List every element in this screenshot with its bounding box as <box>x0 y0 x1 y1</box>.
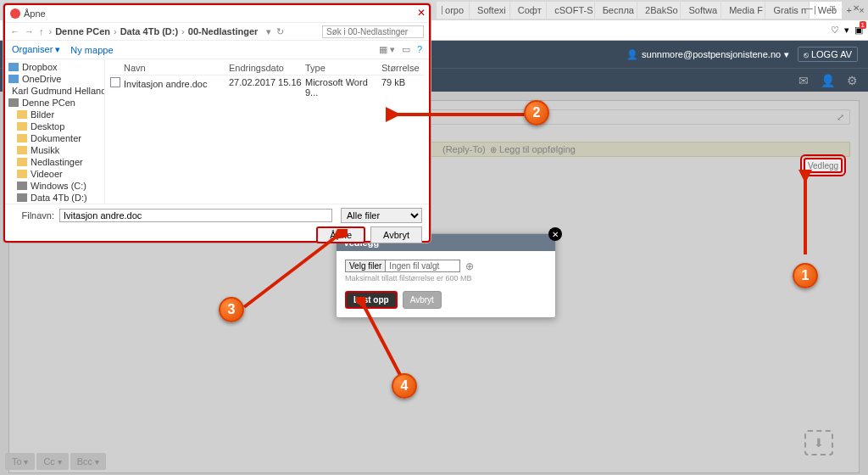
filetype-select[interactable]: Alle filer <box>341 208 422 223</box>
folder-icon <box>17 158 27 166</box>
tree-label: Nedlastinger <box>31 157 83 167</box>
chevron-down-icon: ▾ <box>784 49 789 60</box>
callout-2: 2 <box>524 100 549 126</box>
filename-label: Filnavn: <box>12 210 54 221</box>
window-close[interactable]: ✕ <box>844 0 868 17</box>
col-size[interactable]: Størrelse <box>381 63 424 73</box>
user-email: sunnmore@postpensjonistene.no <box>642 49 781 59</box>
tree-item[interactable]: Desktop <box>5 120 104 132</box>
tree-item[interactable]: Dokumenter <box>5 132 104 144</box>
browser-tab[interactable]: Беспла <box>595 2 637 19</box>
tree-item[interactable]: Nedlastinger <box>5 156 104 168</box>
dialog-close-button[interactable]: ✕ <box>417 7 426 19</box>
opera-icon <box>10 8 20 19</box>
tree-label: Dokumenter <box>31 133 81 143</box>
bookmark-icon[interactable]: ▾ <box>844 25 849 36</box>
tree-label: Data 4Tb (D:) <box>31 193 87 203</box>
callout-1: 1 <box>793 263 818 288</box>
heart-icon[interactable]: ♡ <box>831 25 839 36</box>
file-row[interactable]: Invitasjon andre.doc 27.02.2017 15.16 Mi… <box>110 75 424 99</box>
open-button[interactable]: Åpne <box>316 226 365 243</box>
breadcrumb[interactable]: ›Denne PCen ›Data 4Tb (D:) ›00-Nedlastin… <box>49 26 259 36</box>
tree-label: Denne PCen <box>22 98 75 108</box>
nav-up-icon[interactable]: ↑ <box>39 26 44 36</box>
new-folder-button[interactable]: Ny mappe <box>70 45 113 55</box>
gear-icon[interactable]: ⚙ <box>847 74 858 87</box>
tree-label: Karl Gudmund Helland <box>12 86 105 96</box>
window-maximize[interactable]: □ <box>821 0 844 17</box>
folder-icon <box>17 122 27 131</box>
folder-icon <box>17 182 27 190</box>
tree-label: OneDrive <box>22 74 61 84</box>
mail-icon[interactable]: ✉ <box>798 74 809 87</box>
logoff-button[interactable]: ⎋ LOGG AV <box>798 47 858 62</box>
help-icon[interactable]: ? <box>417 44 422 55</box>
refresh-button[interactable]: ↻ <box>276 26 284 37</box>
user-menu[interactable]: 👤 sunnmore@postpensjonistene.no ▾ <box>626 49 789 60</box>
tree-item[interactable]: Musikk <box>5 144 104 156</box>
preview-pane-icon[interactable]: ▭ <box>402 44 410 55</box>
vedlegg-button[interactable]: Vedlegg <box>804 158 843 173</box>
tree-item[interactable]: Windows (C:) <box>5 180 104 192</box>
tree-label: Windows (C:) <box>31 181 86 191</box>
max-size-label: Maksimalt tillatt filstørrelse er 600 MB <box>345 274 547 282</box>
file-list[interactable]: Navn Endringsdato Type Størrelse Invitas… <box>105 59 429 204</box>
browser-tab[interactable]: orpo <box>437 2 469 19</box>
modal-close-button[interactable]: ✕ <box>548 227 562 241</box>
folder-tree[interactable]: DropboxOneDriveKarl Gudmund HellandDenne… <box>5 59 105 204</box>
tree-label: Musikk <box>31 145 59 155</box>
folder-icon <box>17 146 27 154</box>
callout-4: 4 <box>392 373 417 399</box>
browser-tab[interactable]: Софт <box>510 2 546 19</box>
folder-icon <box>17 170 27 178</box>
add-file-icon[interactable]: ⊕ <box>465 260 474 272</box>
nav-fwd-icon[interactable]: → <box>25 26 34 36</box>
folder-icon <box>17 134 27 142</box>
tree-item[interactable]: Denne PCen <box>5 97 104 109</box>
file-input-display: Ingen fil valgt <box>386 260 460 272</box>
user-icon: 👤 <box>626 49 638 60</box>
organize-menu[interactable]: Organiser ▾ <box>12 44 60 55</box>
upload-button[interactable]: Last opp <box>345 291 398 309</box>
col-date[interactable]: Endringsdato <box>229 63 305 73</box>
col-type[interactable]: Type <box>305 63 381 73</box>
dialog-title-bar: Åpne ✕ <box>5 5 429 22</box>
window-minimize[interactable]: — <box>797 0 821 17</box>
tree-item[interactable]: Bilder <box>5 109 104 120</box>
folder-icon <box>8 63 19 71</box>
col-name[interactable]: Navn <box>110 63 229 73</box>
doc-icon <box>110 77 120 87</box>
nav-back-icon[interactable]: ← <box>10 26 19 36</box>
folder-icon <box>17 193 27 202</box>
tree-label: Desktop <box>31 121 64 131</box>
notify-icon[interactable]: ▣1 <box>854 25 863 36</box>
folder-icon <box>8 75 19 83</box>
cancel-button[interactable]: Avbryt <box>403 291 442 309</box>
person-icon[interactable]: 👤 <box>821 74 835 87</box>
tree-item[interactable]: Videoer <box>5 168 104 180</box>
tree-item[interactable]: Data 4Tb (D:) <box>5 192 104 204</box>
browser-tab[interactable]: Softexi <box>470 2 509 19</box>
browser-tab[interactable]: Softwa <box>681 2 721 19</box>
crumb-dropdown-icon[interactable]: ▾ <box>266 26 271 37</box>
folder-icon <box>17 110 27 119</box>
filename-input[interactable] <box>59 209 332 222</box>
tree-label: Videoer <box>31 169 63 179</box>
search-input[interactable] <box>322 25 424 38</box>
view-toggle[interactable]: ▦ ▾ <box>379 44 395 55</box>
file-open-dialog: Åpne ✕ ← → ↑ ›Denne PCen ›Data 4Tb (D:) … <box>3 3 431 243</box>
dialog-cancel-button[interactable]: Avbryt <box>370 226 422 243</box>
dialog-title: Åpne <box>24 8 46 19</box>
tree-item[interactable]: OneDrive <box>5 73 104 85</box>
browser-tab[interactable]: Media F <box>721 2 765 19</box>
choose-files-button[interactable]: Velg filer <box>345 260 386 272</box>
browser-tab[interactable]: cSOFT-S <box>547 2 593 19</box>
tree-item[interactable]: Karl Gudmund Helland <box>5 85 104 97</box>
folder-icon <box>8 98 19 107</box>
tree-label: Dropbox <box>22 62 58 72</box>
callout-3: 3 <box>219 297 244 322</box>
tree-item[interactable]: Dropbox <box>5 61 104 73</box>
tree-label: Bilder <box>31 109 54 120</box>
browser-tab[interactable]: 2BakSo <box>637 2 680 19</box>
